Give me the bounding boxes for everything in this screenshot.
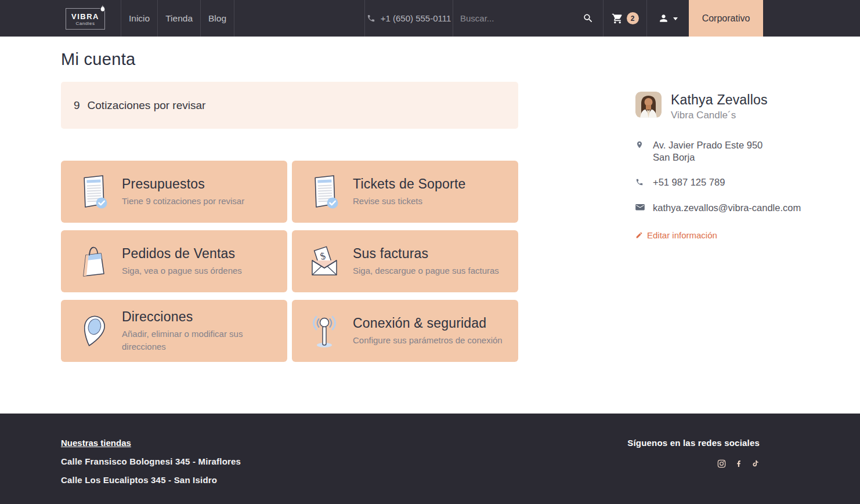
contact-info: Av. Javier Prado Este 950 San Borja +51 … <box>635 139 827 215</box>
card-subtitle: Siga, descargue o pague sus facturas <box>353 264 499 277</box>
avatar <box>635 92 662 118</box>
profile-phone-number: +51 987 125 789 <box>653 176 725 189</box>
top-navbar: VIBRA Candles Inicio Tienda Blog +1 (650… <box>0 0 860 37</box>
user-icon <box>658 13 669 24</box>
flame-icon <box>98 3 107 14</box>
brand-name: VIBRA <box>71 13 99 20</box>
page-footer: Nuestras tiendas Calle Fransisco Bologne… <box>0 414 860 504</box>
account-company-button[interactable]: Corporativo <box>689 0 763 37</box>
tiktok-icon[interactable] <box>751 459 760 468</box>
social-title: Síguenos en las redes sociales <box>627 438 760 448</box>
footer-stores: Nuestras tiendas Calle Fransisco Bologne… <box>61 438 241 494</box>
nav-item-tienda[interactable]: Tienda <box>157 0 200 37</box>
card-sus-facturas[interactable]: $ Sus facturas Siga, descargue o pague s… <box>292 230 518 292</box>
card-subtitle: Añadir, eliminar o modificar sus direcci… <box>122 328 277 353</box>
user-menu-button[interactable] <box>647 0 689 37</box>
stores-title-link[interactable]: Nuestras tiendas <box>61 438 131 448</box>
chevron-down-icon <box>673 17 678 20</box>
card-subtitle: Tiene 9 cotizaciones por revisar <box>122 195 244 207</box>
card-subtitle: Revise sus tickets <box>353 195 466 207</box>
nav-item-inicio[interactable]: Inicio <box>121 0 157 37</box>
card-title: Conexión & seguridad <box>353 316 503 331</box>
cart-count-badge: 2 <box>627 12 639 24</box>
phone-icon <box>367 14 375 23</box>
envelope-icon <box>635 202 645 215</box>
address-line-1: Av. Javier Prado Este 950 <box>653 140 763 150</box>
card-title: Tickets de Soporte <box>353 176 466 192</box>
nav-phone-link[interactable]: +1 (650) 555-0111 <box>364 0 453 37</box>
profile-email: kathya.zevallos@vibra-candle.com <box>635 202 827 215</box>
map-marker-icon <box>635 139 645 164</box>
page-title: Mi cuenta <box>61 50 135 69</box>
map-pin-icon <box>77 312 110 350</box>
search-icon <box>583 13 594 24</box>
search-bar <box>453 0 604 37</box>
search-button[interactable] <box>580 10 596 26</box>
antenna-icon <box>308 312 341 350</box>
profile-header: Kathya Zevallos Vibra Candle´s <box>635 92 827 121</box>
nav-item-blog[interactable]: Blog <box>200 0 234 37</box>
brand-logo[interactable]: VIBRA Candles <box>66 0 121 37</box>
facebook-icon[interactable] <box>735 459 743 468</box>
card-title: Direcciones <box>122 309 277 325</box>
edit-info-label: Editar información <box>647 230 717 240</box>
quotations-alert[interactable]: 9 Cotizaciones por revisar <box>61 82 518 129</box>
profile-address: Av. Javier Prado Este 950 San Borja <box>635 139 827 164</box>
profile-sidebar: Kathya Zevallos Vibra Candle´s Av. Javie… <box>635 92 827 240</box>
profile-email-address: kathya.zevallos@vibra-candle.com <box>653 202 801 215</box>
card-tickets-soporte[interactable]: Tickets de Soporte Revise sus tickets <box>292 161 518 223</box>
store-address-1: Calle Fransisco Bolognesi 345 - Miraflor… <box>61 456 241 466</box>
phone-icon <box>635 176 645 189</box>
card-title: Sus facturas <box>353 246 499 262</box>
invoice-envelope-icon: $ <box>308 242 341 281</box>
card-subtitle: Siga, vea o pague sus órdenes <box>122 264 242 277</box>
card-presupuestos[interactable]: Presupuestos Tiene 9 cotizaciones por re… <box>61 161 287 223</box>
nav-spacer <box>234 0 364 37</box>
nav-end-spacer <box>763 0 860 37</box>
card-direcciones[interactable]: Direcciones Añadir, eliminar o modificar… <box>61 300 287 362</box>
cart-button[interactable]: 2 <box>604 0 647 37</box>
card-pedidos-ventas[interactable]: Pedidos de Ventas Siga, vea o pague sus … <box>61 230 287 292</box>
edit-info-link[interactable]: Editar información <box>635 230 827 240</box>
store-address-2: Calle Los Eucaliptos 345 - San Isidro <box>61 475 241 485</box>
pencil-icon <box>635 231 643 239</box>
card-title: Presupuestos <box>122 176 244 192</box>
quotations-count: 9 <box>74 99 80 112</box>
profile-phone: +51 987 125 789 <box>635 176 827 189</box>
address-line-2: San Borja <box>653 152 695 162</box>
footer-social: Síguenos en las redes sociales <box>627 438 760 468</box>
search-input[interactable] <box>460 13 580 23</box>
document-check-icon <box>77 173 110 211</box>
card-subtitle: Configure sus parámetros de conexión <box>353 334 503 346</box>
nav-phone-number: +1 (650) 555-0111 <box>381 13 451 23</box>
card-title: Pedidos de Ventas <box>122 246 242 262</box>
brand-tagline: Candles <box>71 21 99 26</box>
account-cards-grid: Presupuestos Tiene 9 cotizaciones por re… <box>61 161 518 362</box>
card-conexion-seguridad[interactable]: Conexión & seguridad Configure sus parám… <box>292 300 518 362</box>
main-menu: Inicio Tienda Blog <box>121 0 234 37</box>
quotations-alert-text: Cotizaciones por revisar <box>88 99 206 112</box>
shopping-bag-icon <box>77 242 110 281</box>
cart-icon <box>612 13 623 24</box>
document-check-icon <box>308 173 341 211</box>
instagram-icon[interactable] <box>717 459 726 468</box>
profile-name: Kathya Zevallos <box>671 92 768 108</box>
profile-company: Vibra Candle´s <box>671 110 768 121</box>
